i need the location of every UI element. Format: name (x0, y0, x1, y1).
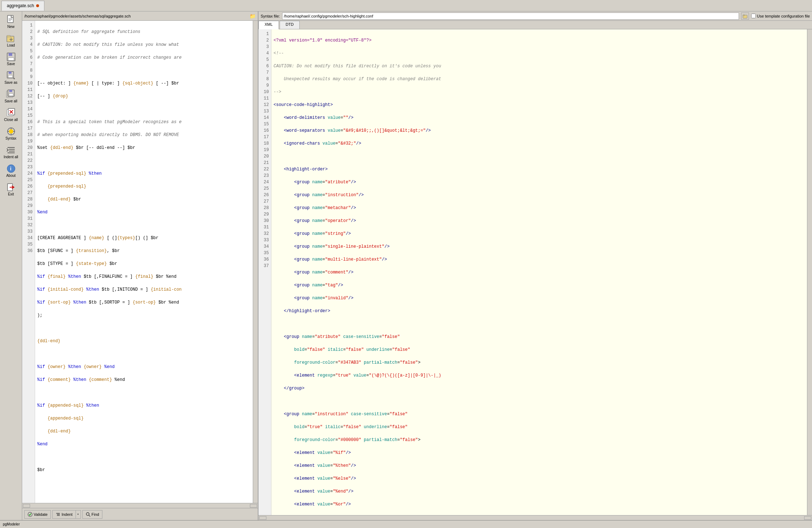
indent-button[interactable]: Indent (52, 510, 76, 519)
code-line-10: %set {ddl-end} $br [-- ddl-end --] $br (37, 145, 251, 151)
r-code-line-25: bold="false" italic="false" underline="f… (274, 347, 805, 353)
r-code-line-3: CAUTION: Do not modify this file directl… (274, 63, 805, 69)
r-code-line-2: <!-- (274, 50, 805, 57)
svg-text:+: + (13, 77, 15, 81)
sidebar-indentall-label: Indent all (4, 155, 18, 159)
code-line-28: %if {comment} %then {comment} %end (37, 377, 251, 383)
code-line-1: # SQL definition for aggregate functions (37, 29, 251, 35)
r-code-line-22: </highlight-order> (274, 308, 805, 314)
tab-dtd[interactable]: DTD (280, 21, 300, 29)
code-line-36 (37, 480, 251, 486)
validate-label: Validate (34, 512, 48, 517)
indentall-icon (6, 145, 16, 155)
sidebar-item-syntax[interactable]: Syntax (1, 125, 21, 142)
left-code-content[interactable]: # SQL definition for aggregate functions… (35, 21, 253, 503)
content-area: /home/raphael/pgmodeler/assets/schemas/s… (22, 11, 812, 520)
sidebar-item-exit[interactable]: Exit (1, 180, 21, 198)
sidebar-item-new[interactable]: New (1, 13, 21, 31)
right-scrollbar-h[interactable] (258, 515, 812, 520)
r-code-line-21: <group name="invalid"/> (274, 295, 805, 301)
svg-rect-43 (743, 15, 745, 16)
left-scrollbar-h[interactable] (22, 503, 258, 508)
left-scrollbar-v[interactable] (253, 21, 258, 503)
tab-bar: aggregate.sch (0, 0, 812, 11)
sidebar-saveas-label: Save as (4, 81, 17, 85)
code-line-15: %end (37, 209, 251, 215)
svg-point-23 (9, 129, 13, 134)
sidebar-item-closeall[interactable]: Close all (1, 106, 21, 124)
load-icon (6, 33, 16, 43)
file-tab[interactable]: aggregate.sch (1, 1, 44, 11)
find-button[interactable]: Find (82, 510, 102, 519)
svg-text:i: i (10, 166, 11, 171)
save-icon (6, 52, 16, 62)
sidebar-item-saveas[interactable]: + Save as (1, 69, 21, 87)
indent-dropdown-arrow[interactable]: ▾ (76, 510, 81, 519)
code-line-5: [-- object: ] {name} [ | type: ] {sql-ob… (37, 80, 251, 87)
r-code-line-10 (274, 153, 805, 160)
syntax-browse-button[interactable] (741, 13, 749, 20)
sidebar-syntax-label: Syntax (5, 136, 16, 141)
closeall-icon (6, 108, 16, 118)
find-label: Find (92, 512, 99, 517)
code-line-25: {ddl-end} (37, 338, 251, 344)
svg-rect-11 (9, 72, 11, 74)
r-code-line-36: <element value="%end"/> (274, 488, 805, 495)
indent-icon (55, 512, 61, 517)
saveall-icon (6, 89, 16, 99)
sidebar-item-save[interactable]: Save (1, 50, 21, 68)
r-code-line-29 (274, 398, 805, 405)
r-code-line-35: <element value="%else"/> (274, 475, 805, 482)
syntax-header: Syntax file: Use template configuration … (258, 11, 812, 21)
sidebar-exit-label: Exit (8, 192, 14, 197)
r-code-line-5: --> (274, 89, 805, 95)
svg-point-40 (86, 513, 89, 515)
use-template-label: Use template configuration file (757, 14, 810, 18)
svg-rect-0 (8, 15, 13, 23)
svg-rect-12 (8, 75, 13, 78)
left-file-path: /home/raphael/pgmodeler/assets/schemas/s… (24, 14, 131, 18)
use-template-checkbox[interactable] (751, 14, 756, 18)
code-line-4 (37, 67, 251, 74)
r-code-line-19: <group name="comment"/> (274, 269, 805, 276)
validate-button[interactable]: Validate (24, 510, 51, 519)
validate-icon (28, 512, 33, 517)
left-code-editor[interactable]: 1 2 3 4 5 6 7 8 9 10 11 12 13 14 (22, 21, 258, 503)
code-line-13: {prepended-sql} (37, 183, 251, 190)
r-code-line-32: foreground-color="#000000" partial-match… (274, 437, 805, 443)
sidebar-item-indentall[interactable]: Indent all (1, 143, 21, 161)
code-line-12: %if {prepended-sql} %then (37, 170, 251, 177)
right-code-content[interactable]: <?xml version="1.0" encoding="UTF-8"?> <… (271, 29, 807, 515)
tab-xml[interactable]: XML (258, 21, 279, 29)
modified-indicator (36, 4, 39, 7)
left-panel-folder-icon[interactable]: 📁 (250, 13, 256, 19)
code-line-24 (37, 325, 251, 331)
code-line-21: %if {initial-cond} %then $tb [,INITCOND … (37, 286, 251, 293)
right-scrollbar-v[interactable] (807, 29, 812, 515)
svg-rect-8 (9, 53, 12, 56)
svg-rect-16 (9, 90, 12, 92)
app-name: pgModeler (3, 522, 20, 526)
r-code-line-20: <group name="tag"/> (274, 282, 805, 289)
code-line-14: {ddl-end} $br (37, 196, 251, 203)
code-line-22: %if {sort-op} %then $tb [,SORTOP = ] {so… (37, 299, 251, 306)
sidebar-about-label: About (6, 174, 15, 178)
indent-label: Indent (62, 512, 73, 517)
svg-rect-17 (9, 93, 13, 96)
right-code-editor[interactable]: 1 2 3 4 5 6 7 8 9 10 11 12 13 14 (258, 29, 812, 515)
r-code-line-26: foreground-color="#347AB3" partial-match… (274, 359, 805, 366)
browse-icon (743, 14, 748, 19)
r-code-line-31: bold="true" italic="false" underline="fa… (274, 424, 805, 430)
new-icon (6, 15, 16, 25)
left-panel-header: /home/raphael/pgmodeler/assets/schemas/s… (22, 11, 258, 21)
left-editor-panel: /home/raphael/pgmodeler/assets/schemas/s… (22, 11, 258, 520)
code-line-11 (37, 158, 251, 164)
sidebar-item-about[interactable]: i About (1, 162, 21, 180)
app-status-bar: pgModeler (0, 520, 812, 528)
main-area: New Load (0, 11, 812, 520)
sidebar-item-saveall[interactable]: Save all (1, 87, 21, 105)
r-code-line-18: <group name="multi-line-plaintext"/> (274, 256, 805, 263)
sidebar-item-load[interactable]: Load (1, 32, 21, 49)
syntax-file-input[interactable] (282, 13, 739, 20)
r-code-line-15: <group name="operator"/> (274, 218, 805, 224)
